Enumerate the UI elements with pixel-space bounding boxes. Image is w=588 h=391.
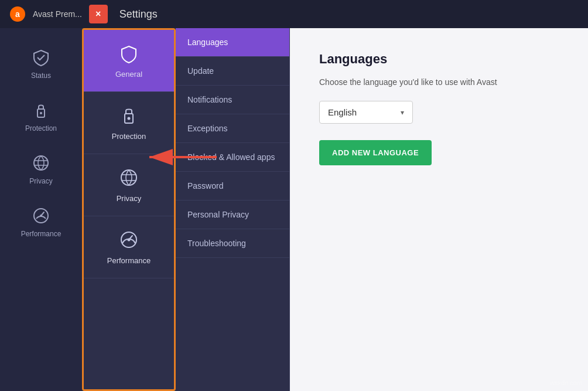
svg-point-9 [40,215,42,217]
protection-cat-label: Protection [112,132,146,141]
submenu-languages[interactable]: Languages [176,28,289,57]
avast-logo-icon: a [9,6,26,22]
watermark: wsxdn.com [550,379,582,386]
performance-cat-label: Performance [107,256,151,265]
svg-point-3 [40,112,42,114]
sidebar-item-protection[interactable]: Protection [0,90,82,143]
sidebar-item-status[interactable]: Status [0,38,82,90]
performance-nav-icon [32,206,50,225]
settings-cat-general[interactable]: General [84,30,174,92]
submenu-blocked-apps[interactable]: Blocked & Allowed apps [176,143,289,172]
performance-label: Performance [21,230,61,238]
app-logo: a [9,6,26,22]
submenu-update[interactable]: Update [176,57,289,86]
privacy-icon [32,154,50,172]
privacy-label: Privacy [29,177,52,185]
title-bar: a Avast Prem... × Settings [0,0,588,28]
app-name-label: Avast Prem... [33,9,82,19]
language-selected-value: English [328,107,357,117]
protection-icon [32,101,50,120]
submenu-notifications[interactable]: Notifications [176,86,289,114]
content-area: Languages Choose the language you'd like… [290,28,588,391]
content-title: Languages [319,52,559,67]
close-button[interactable]: × [89,5,108,23]
settings-sidebar: General Protection [82,28,176,391]
submenu-troubleshooting[interactable]: Troubleshooting [176,229,289,258]
protection-cat-icon [118,105,139,126]
performance-cat-icon [118,229,139,250]
settings-cat-privacy[interactable]: Privacy [84,154,174,216]
sidebar-item-performance[interactable]: Performance [0,196,82,249]
svg-point-12 [121,170,136,185]
main-layout: Status Protection [0,28,588,391]
general-cat-icon [118,43,139,64]
status-icon [32,48,50,67]
language-dropdown[interactable]: English ▾ [319,101,413,124]
submenu-exceptions[interactable]: Exceptions [176,114,289,143]
svg-text:a: a [15,9,20,19]
svg-point-4 [34,156,48,170]
general-cat-label: General [115,70,142,79]
dropdown-arrow-icon: ▾ [401,108,404,117]
privacy-cat-label: Privacy [117,194,142,203]
sidebar-item-privacy[interactable]: Privacy [0,143,82,196]
privacy-cat-icon [118,167,139,188]
submenu-panel: Languages Update Notifications Exception… [176,28,290,391]
settings-cat-protection[interactable]: Protection [84,92,174,154]
svg-point-11 [128,117,131,120]
status-label: Status [31,72,51,80]
submenu-personal-privacy[interactable]: Personal Privacy [176,200,289,229]
protection-label: Protection [25,124,57,132]
svg-point-17 [128,239,131,242]
content-subtitle: Choose the language you'd like to use wi… [319,77,559,87]
submenu-password[interactable]: Password [176,172,289,200]
nav-sidebar: Status Protection [0,28,82,391]
add-language-button[interactable]: ADD NEW LANGUAGE [319,140,432,165]
settings-title-label: Settings [119,8,158,21]
settings-cat-performance[interactable]: Performance [84,216,174,278]
